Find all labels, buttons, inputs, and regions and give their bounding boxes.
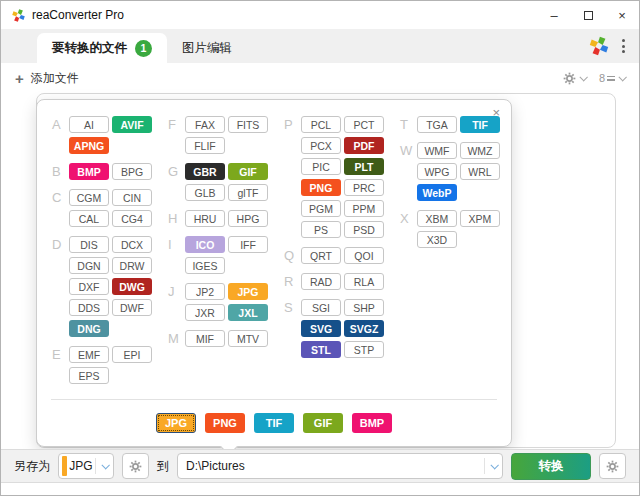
format-button-dis[interactable]: DIS: [69, 236, 109, 253]
convert-settings-button[interactable]: [599, 453, 626, 479]
format-group-B: BBMPBPG: [52, 163, 164, 180]
format-button-gltf[interactable]: glTF: [228, 184, 268, 201]
minimize-button[interactable]: –: [537, 1, 571, 29]
format-button-apng[interactable]: APNG: [69, 137, 109, 154]
format-button-ppm[interactable]: PPM: [344, 200, 384, 217]
format-button-dng[interactable]: DNG: [69, 320, 109, 337]
format-button-pcl[interactable]: PCL: [301, 116, 341, 133]
format-button-pic[interactable]: PIC: [301, 158, 341, 175]
format-button-cgm[interactable]: CGM: [69, 189, 109, 206]
format-button-pgm[interactable]: PGM: [301, 200, 341, 217]
settings-dropdown[interactable]: [563, 72, 586, 85]
output-format-combo[interactable]: JPG: [58, 453, 114, 479]
format-button-iges[interactable]: IGES: [185, 257, 225, 274]
format-button-wmf[interactable]: WMF: [417, 142, 457, 159]
format-button-emf[interactable]: EMF: [69, 346, 109, 363]
add-files-label: 添加文件: [31, 70, 79, 87]
format-button-cg4[interactable]: CG4: [112, 210, 152, 227]
format-button-gif[interactable]: GIF: [228, 163, 268, 180]
format-button-dwf[interactable]: DWF: [112, 299, 152, 316]
format-button-mtv[interactable]: MTV: [228, 330, 268, 347]
format-button-svg[interactable]: SVG: [301, 320, 341, 337]
format-button-hru[interactable]: HRU: [185, 210, 225, 227]
format-button-flif[interactable]: FLIF: [185, 137, 225, 154]
sort-dropdown[interactable]: 8: [599, 72, 625, 84]
format-row: WebP: [400, 184, 512, 201]
format-button-xpm[interactable]: XPM: [460, 210, 500, 227]
format-button-drw[interactable]: DRW: [112, 257, 152, 274]
format-button-epi[interactable]: EPI: [112, 346, 152, 363]
format-button-shp[interactable]: SHP: [344, 299, 384, 316]
format-button-fax[interactable]: FAX: [185, 116, 225, 133]
format-button-svgz[interactable]: SVGZ: [344, 320, 384, 337]
format-button-psd[interactable]: PSD: [344, 221, 384, 238]
menu-dots-icon[interactable]: [620, 35, 627, 57]
format-button-iff[interactable]: IFF: [228, 236, 268, 253]
format-button-gbr[interactable]: GBR: [185, 163, 225, 180]
format-button-wpg[interactable]: WPG: [417, 163, 457, 180]
quick-format-gif[interactable]: GIF: [303, 413, 343, 433]
format-button-tga[interactable]: TGA: [417, 116, 457, 133]
convert-button[interactable]: 转换: [511, 453, 591, 480]
format-button-rad[interactable]: RAD: [301, 273, 341, 290]
format-button-pcx[interactable]: PCX: [301, 137, 341, 154]
format-button-stl[interactable]: STL: [301, 341, 341, 358]
tab-image-editing[interactable]: 图片编辑: [167, 33, 247, 63]
format-button-wrl[interactable]: WRL: [460, 163, 500, 180]
tab-files-to-convert[interactable]: 要转换的文件 1: [37, 33, 167, 63]
quick-format-tif[interactable]: TIF: [254, 413, 294, 433]
format-button-jp2[interactable]: JP2: [185, 283, 225, 300]
format-settings-button[interactable]: [122, 453, 149, 479]
format-button-dgn[interactable]: DGN: [69, 257, 109, 274]
format-button-hpg[interactable]: HPG: [228, 210, 268, 227]
quick-format-png[interactable]: PNG: [205, 413, 245, 433]
format-button-dxf[interactable]: DXF: [69, 278, 109, 295]
reaconverter-pinwheel-icon: [588, 35, 610, 57]
format-button-pct[interactable]: PCT: [344, 116, 384, 133]
format-button-fits[interactable]: FITS: [228, 116, 268, 133]
format-button-ai[interactable]: AI: [69, 116, 109, 133]
quick-format-jpg[interactable]: JPG: [156, 413, 196, 433]
format-button-qoi[interactable]: QOI: [344, 247, 384, 264]
format-button-bmp[interactable]: BMP: [69, 163, 109, 180]
maximize-button[interactable]: [571, 1, 605, 29]
format-button-jxl[interactable]: JXL: [228, 304, 268, 321]
add-files-button[interactable]: + 添加文件: [15, 70, 79, 87]
format-button-bpg[interactable]: BPG: [112, 163, 152, 180]
format-button-dwg[interactable]: DWG: [112, 278, 152, 295]
format-button-png[interactable]: PNG: [301, 179, 341, 196]
format-button-stp[interactable]: STP: [344, 341, 384, 358]
format-button-plt[interactable]: PLT: [344, 158, 384, 175]
format-button-pdf[interactable]: PDF: [344, 137, 384, 154]
format-button-x3d[interactable]: X3D: [417, 231, 457, 248]
chevron-down-icon: [96, 463, 113, 469]
group-letter: C: [52, 190, 66, 205]
format-button-wmz[interactable]: WMZ: [460, 142, 500, 159]
format-button-cin[interactable]: CIN: [112, 189, 152, 206]
plus-icon: +: [15, 71, 24, 86]
format-button-webp[interactable]: WebP: [417, 184, 457, 201]
format-button-cal[interactable]: CAL: [69, 210, 109, 227]
format-button-prc[interactable]: PRC: [344, 179, 384, 196]
output-path-combo[interactable]: D:\Pictures: [177, 453, 503, 479]
format-button-ps[interactable]: PS: [301, 221, 341, 238]
format-button-jpg[interactable]: JPG: [228, 283, 268, 300]
format-button-tif[interactable]: TIF: [460, 116, 500, 133]
format-button-avif[interactable]: AVIF: [112, 116, 152, 133]
format-button-jxr[interactable]: JXR: [185, 304, 225, 321]
format-button-qrt[interactable]: QRT: [301, 247, 341, 264]
format-button-ico[interactable]: ICO: [185, 236, 225, 253]
format-button-glb[interactable]: GLB: [185, 184, 225, 201]
format-button-sgi[interactable]: SGI: [301, 299, 341, 316]
format-button-eps[interactable]: EPS: [69, 367, 109, 384]
format-button-rla[interactable]: RLA: [344, 273, 384, 290]
format-row: MMIFMTV: [168, 330, 280, 347]
group-letter: M: [168, 331, 182, 346]
format-button-mif[interactable]: MIF: [185, 330, 225, 347]
quick-format-bmp[interactable]: BMP: [352, 413, 392, 433]
format-button-xbm[interactable]: XBM: [417, 210, 457, 227]
close-button[interactable]: ×: [605, 1, 639, 29]
format-button-dcx[interactable]: DCX: [112, 236, 152, 253]
format-button-dds[interactable]: DDS: [69, 299, 109, 316]
format-row: PICPLT: [284, 158, 396, 175]
